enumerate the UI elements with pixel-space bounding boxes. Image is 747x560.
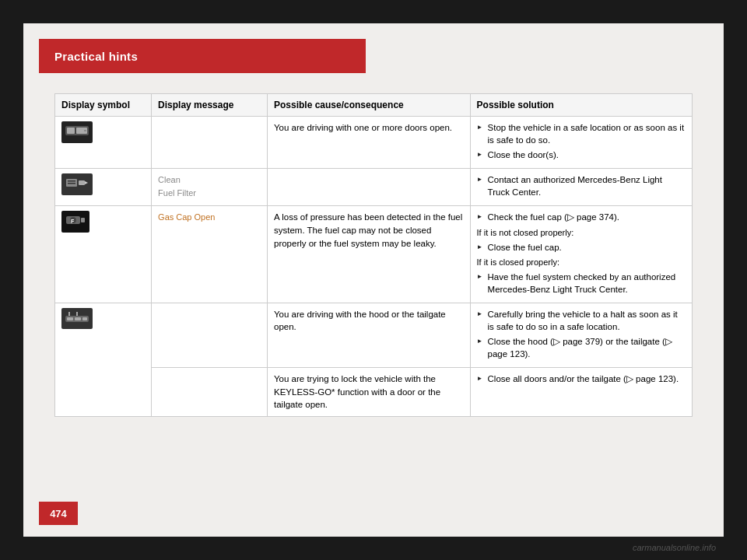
sub-label: If it is not closed properly:	[477, 227, 686, 240]
solution-cell-1: Stop the vehicle in a safe location or a…	[470, 117, 692, 169]
cause-cell-4a: You are driving with the hood or the tai…	[267, 303, 470, 367]
symbol-cell: F	[55, 206, 152, 303]
cause-cell-4b: You are trying to lock the vehicle with …	[267, 368, 470, 417]
gas-cap-icon: F	[61, 211, 89, 233]
symbol-cell	[55, 117, 152, 169]
svg-rect-15	[67, 317, 73, 320]
solution-cell-2: Contact an authorized Mercedes-Benz Ligh…	[470, 169, 692, 206]
table-row: CleanFuel Filter Contact an authorized M…	[55, 169, 693, 206]
solution-item: Have the fuel system checked by an autho…	[477, 271, 686, 296]
cause-cell-2	[267, 169, 470, 206]
svg-rect-16	[75, 317, 81, 320]
header-bar: Practical hints	[39, 39, 366, 73]
message-cell-4a	[152, 303, 268, 367]
svg-rect-9	[68, 183, 75, 184]
svg-rect-6	[79, 180, 85, 185]
page-number-box: 474	[39, 502, 78, 525]
cause-cell-1: You are driving with one or more doors o…	[267, 117, 470, 169]
solution-item: Stop the vehicle in a safe location or a…	[477, 121, 686, 146]
solution-cell-4b: Close all doors and/or the tailgate (▷ p…	[470, 368, 692, 417]
message-orange-text: Gas Cap Open	[158, 212, 215, 222]
table-row: You are driving with the hood or the tai…	[55, 303, 693, 367]
solution-item: Carefully bring the vehicle to a halt as…	[477, 308, 686, 333]
solution-item: Contact an authorized Mercedes-Benz Ligh…	[477, 173, 686, 198]
message-cell-3: Gas Cap Open	[152, 206, 268, 303]
hints-table: Display symbol Display message Possible …	[54, 93, 693, 417]
col-header-cause: Possible cause/consequence	[267, 94, 470, 117]
solution-cell-3: Check the fuel cap (▷ page 374). If it i…	[470, 206, 692, 303]
col-header-message: Display message	[152, 94, 268, 117]
solution-item: Close the door(s).	[477, 149, 686, 161]
symbol-cell	[55, 169, 152, 206]
hood-open-icon	[61, 308, 93, 330]
main-table-container: Display symbol Display message Possible …	[54, 93, 693, 482]
solution-item: Close all doors and/or the tailgate (▷ p…	[477, 373, 686, 385]
svg-rect-1	[67, 128, 75, 134]
table-header-row: Display symbol Display message Possible …	[55, 94, 693, 117]
solution-cell-4a: Carefully bring the vehicle to a halt as…	[470, 303, 692, 367]
solution-item: Close the hood (▷ page 379) or the tailg…	[477, 335, 686, 360]
message-cell-1	[152, 117, 268, 169]
solution-item: Close the fuel cap.	[477, 241, 686, 254]
svg-text:F: F	[71, 219, 75, 224]
message-cell-2: CleanFuel Filter	[152, 169, 268, 206]
svg-rect-17	[82, 317, 87, 320]
table-row: F Gas Cap Open A loss of pressure has be…	[55, 206, 693, 303]
message-gray-text: CleanFuel Filter	[158, 175, 196, 198]
col-header-solution: Possible solution	[470, 94, 692, 117]
sub-label: If it is closed properly:	[477, 257, 686, 269]
col-header-symbol: Display symbol	[55, 94, 152, 117]
svg-marker-7	[85, 181, 88, 184]
solution-item: Check the fuel cap (▷ page 374).	[477, 211, 686, 223]
cause-cell-3: A loss of pressure has been detected in …	[267, 206, 470, 303]
watermark: carmanualsonline.info	[633, 543, 716, 552]
page-number: 474	[50, 508, 67, 520]
svg-rect-13	[81, 218, 85, 222]
page-title: Practical hints	[54, 50, 138, 63]
svg-rect-8	[68, 180, 75, 182]
symbol-cell	[55, 303, 152, 416]
door-open-icon	[61, 121, 93, 143]
message-cell-4b	[152, 368, 268, 417]
table-row: You are driving with one or more doors o…	[55, 117, 693, 169]
fuel-filter-icon	[61, 173, 93, 195]
svg-rect-4	[84, 130, 86, 131]
